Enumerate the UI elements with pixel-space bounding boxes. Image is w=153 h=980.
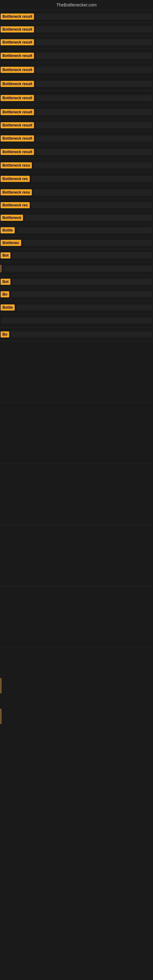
empty-section-1	[0, 341, 153, 402]
result-row-10: Bottleneck result	[0, 132, 153, 145]
chart-bar-7	[36, 95, 152, 101]
empty-section-2	[0, 402, 153, 464]
chart-bar-17	[16, 227, 152, 233]
result-row-21: Bot	[0, 275, 153, 288]
chart-bar-11	[36, 149, 152, 155]
bottleneck-badge-7[interactable]: Bottleneck result	[1, 95, 34, 101]
empty-section-5	[0, 586, 153, 648]
result-row-11: Bottleneck result	[0, 145, 153, 159]
chart-bar-1	[36, 13, 152, 20]
result-row-25: Bo	[0, 328, 153, 341]
chart-bar-24	[1, 317, 152, 323]
vertical-indicator-1	[1, 265, 1, 272]
chart-bar-19	[12, 252, 152, 258]
result-row-7: Bottleneck result	[0, 91, 153, 105]
bottleneck-badge-5[interactable]: Bottleneck result	[1, 67, 34, 73]
bottom-vertical-line-1	[1, 678, 1, 694]
bottleneck-badge-6[interactable]: Bottleneck result	[1, 81, 34, 87]
result-row-23: Bottle	[0, 301, 153, 314]
result-row-9: Bottleneck result	[0, 119, 153, 132]
site-title: TheBottlenecker.com	[0, 0, 153, 10]
chart-bar-3	[36, 39, 152, 45]
result-row-2: Bottleneck result	[0, 23, 153, 36]
bottleneck-badge-23[interactable]: Bottle	[1, 304, 15, 310]
result-row-19: Bot	[0, 249, 153, 262]
chart-bar-13	[32, 176, 152, 182]
bottleneck-badge-3[interactable]: Bottleneck result	[1, 39, 34, 45]
bottleneck-badge-9[interactable]: Bottleneck result	[1, 122, 34, 128]
chart-bar-4	[36, 52, 152, 59]
result-row-14: Bottleneck resu	[0, 186, 153, 199]
bottleneck-badge-17[interactable]: Bottle	[1, 227, 15, 233]
bottleneck-badge-8[interactable]: Bottleneck result	[1, 109, 34, 115]
chart-bar-20	[3, 266, 152, 272]
chart-bar-10	[36, 135, 152, 142]
chart-bar-2	[36, 26, 152, 32]
bottleneck-badge-13[interactable]: Bottleneck res	[1, 176, 30, 182]
bottleneck-badge-21[interactable]: Bot	[1, 279, 10, 285]
bottom-section	[0, 648, 153, 831]
result-row-15: Bottleneck res	[0, 199, 153, 212]
result-row-20	[0, 262, 153, 275]
chart-bar-16	[25, 215, 152, 221]
chart-bar-8	[36, 109, 152, 115]
result-row-6: Bottleneck result	[0, 77, 153, 91]
chart-bar-12	[33, 162, 152, 169]
result-row-8: Bottleneck result	[0, 105, 153, 119]
chart-bar-21	[12, 279, 152, 285]
bottleneck-badge-16[interactable]: Bottleneck	[1, 215, 23, 221]
chart-bar-25	[11, 331, 152, 337]
bottleneck-badge-10[interactable]: Bottleneck result	[1, 135, 34, 142]
empty-section-3	[0, 464, 153, 525]
footer-space	[0, 831, 153, 954]
bottleneck-badge-11[interactable]: Bottleneck result	[1, 149, 34, 155]
bottleneck-badge-14[interactable]: Bottleneck resu	[1, 189, 32, 196]
chart-bar-15	[32, 202, 152, 208]
bottleneck-badge-25[interactable]: Bo	[1, 331, 9, 337]
bottleneck-badge-19[interactable]: Bot	[1, 252, 10, 258]
bottom-vertical-line-2	[1, 709, 1, 724]
chart-bar-18	[23, 240, 152, 246]
page-wrapper: TheBottlenecker.com Bottleneck result Bo…	[0, 0, 153, 980]
result-row-17: Bottle	[0, 224, 153, 237]
result-row-3: Bottleneck result	[0, 36, 153, 49]
chart-bar-5	[36, 67, 152, 73]
result-row-12: Bottleneck resu	[0, 159, 153, 172]
chart-bar-22	[11, 291, 152, 298]
bottleneck-badge-18[interactable]: Bottlenec	[1, 240, 21, 246]
bottleneck-badge-1[interactable]: Bottleneck result	[1, 13, 34, 20]
bottleneck-badge-12[interactable]: Bottleneck resu	[1, 162, 32, 169]
result-row-24	[0, 314, 153, 328]
result-row-16: Bottleneck	[0, 212, 153, 224]
bottleneck-badge-4[interactable]: Bottleneck result	[1, 52, 34, 59]
bottleneck-badge-15[interactable]: Bottleneck res	[1, 202, 30, 208]
result-row-4: Bottleneck result	[0, 49, 153, 63]
result-row-1: Bottleneck result	[0, 10, 153, 23]
result-row-22: Bo	[0, 288, 153, 301]
bottleneck-badge-2[interactable]: Bottleneck result	[1, 26, 34, 32]
chart-bar-6	[36, 81, 152, 87]
result-row-5: Bottleneck result	[0, 63, 153, 77]
result-row-18: Bottlenec	[0, 237, 153, 249]
chart-bar-14	[33, 189, 152, 196]
chart-bar-9	[36, 122, 152, 128]
result-row-13: Bottleneck res	[0, 172, 153, 186]
empty-section-4	[0, 525, 153, 586]
bottleneck-badge-22[interactable]: Bo	[1, 291, 9, 298]
chart-bar-23	[16, 304, 152, 310]
